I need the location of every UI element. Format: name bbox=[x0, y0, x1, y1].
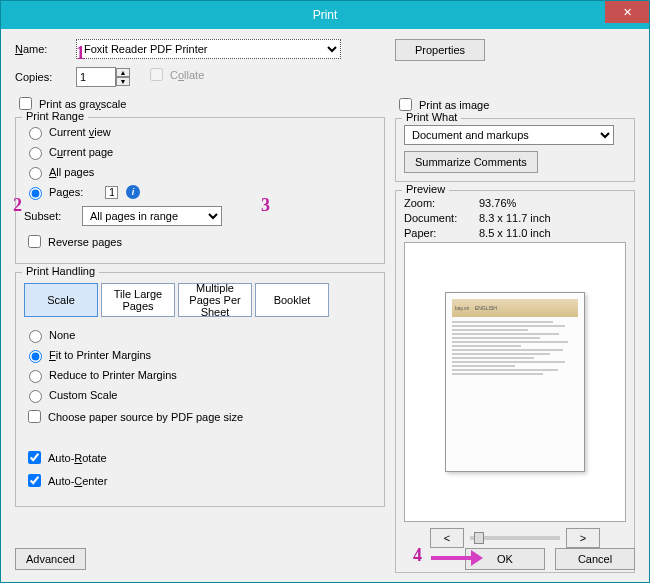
fit-radio[interactable] bbox=[29, 350, 42, 363]
custom-radio[interactable] bbox=[29, 390, 42, 403]
auto-rotate-label: Auto-Rotate bbox=[48, 452, 107, 464]
pages-input[interactable] bbox=[105, 186, 118, 199]
multipage-tab[interactable]: Multiple Pages Per Sheet bbox=[178, 283, 252, 317]
none-label: None bbox=[49, 329, 75, 341]
scale-tab[interactable]: Scale bbox=[24, 283, 98, 317]
fit-label: Fit to Printer Margins bbox=[49, 349, 151, 361]
name-label: NName:ame: bbox=[15, 43, 70, 55]
auto-center-label: Auto-Center bbox=[48, 475, 107, 487]
current-view-radio[interactable] bbox=[29, 127, 42, 140]
zoom-label: Zoom: bbox=[404, 197, 479, 209]
subset-select[interactable]: All pages in range bbox=[82, 206, 222, 226]
none-radio[interactable] bbox=[29, 330, 42, 343]
all-pages-label: All pages bbox=[49, 166, 94, 178]
doc-label: Document: bbox=[404, 212, 479, 224]
close-icon: ✕ bbox=[623, 6, 632, 19]
print-dialog: Print ✕ NName:ame: Foxit Reader PDF Prin… bbox=[0, 0, 650, 583]
preview-legend: Preview bbox=[402, 183, 449, 195]
close-button[interactable]: ✕ bbox=[605, 1, 649, 23]
print-what-select[interactable]: Document and markups bbox=[404, 125, 614, 145]
grayscale-label: Print as grayscale bbox=[39, 98, 126, 110]
zoom-slider[interactable] bbox=[470, 536, 560, 540]
print-as-image-checkbox[interactable] bbox=[399, 98, 412, 111]
print-as-image-label: Print as image bbox=[419, 99, 489, 111]
paper-label: Paper: bbox=[404, 227, 479, 239]
choose-paper-checkbox[interactable] bbox=[28, 410, 41, 423]
copies-label: Copies: bbox=[15, 71, 70, 83]
preview-group: Preview Zoom:93.76% Document:8.3 x 11.7 … bbox=[395, 190, 635, 573]
pages-label: Pages: bbox=[49, 186, 101, 198]
auto-rotate-checkbox[interactable] bbox=[28, 451, 41, 464]
summarize-button[interactable]: Summarize Comments bbox=[404, 151, 538, 173]
zoom-value: 93.76% bbox=[479, 197, 516, 209]
auto-center-checkbox[interactable] bbox=[28, 474, 41, 487]
printer-select[interactable]: Foxit Reader PDF Printer bbox=[76, 39, 341, 59]
print-handling-group: Print Handling Scale Tile Large Pages Mu… bbox=[15, 272, 385, 507]
annotation-3: 3 bbox=[261, 195, 270, 216]
preview-page: bay.vn ENGLISH bbox=[445, 292, 585, 472]
print-range-group: Print Range Current viewCurrent view Cur… bbox=[15, 117, 385, 264]
print-what-legend: Print What bbox=[402, 111, 461, 123]
annotation-1: 1 bbox=[76, 43, 85, 64]
titlebar: Print ✕ bbox=[1, 1, 649, 29]
current-page-radio[interactable] bbox=[29, 147, 42, 160]
advanced-button[interactable]: Advanced bbox=[15, 548, 86, 570]
subset-label: Subset: bbox=[24, 210, 76, 222]
preview-area: bay.vn ENGLISH bbox=[404, 242, 626, 522]
booklet-tab[interactable]: Booklet bbox=[255, 283, 329, 317]
custom-label: Custom Scale bbox=[49, 389, 117, 401]
reduce-label: Reduce to Printer Margins bbox=[49, 369, 177, 381]
cancel-button[interactable]: Cancel bbox=[555, 548, 635, 570]
annotation-4: 4 bbox=[413, 545, 422, 566]
copies-input[interactable] bbox=[76, 67, 116, 87]
reduce-radio[interactable] bbox=[29, 370, 42, 383]
current-view-label: Current view bbox=[49, 126, 111, 138]
info-icon[interactable]: i bbox=[126, 185, 140, 199]
print-range-legend: Print Range bbox=[22, 110, 88, 122]
copies-up[interactable]: ▲ bbox=[116, 68, 130, 77]
next-page-button[interactable]: > bbox=[566, 528, 600, 548]
annotation-2: 2 bbox=[13, 195, 22, 216]
current-page-label: Current page bbox=[49, 146, 113, 158]
all-pages-radio[interactable] bbox=[29, 167, 42, 180]
reverse-checkbox[interactable] bbox=[28, 235, 41, 248]
collate-checkbox bbox=[150, 68, 163, 81]
handling-legend: Print Handling bbox=[22, 265, 99, 277]
tile-tab[interactable]: Tile Large Pages bbox=[101, 283, 175, 317]
properties-button[interactable]: Properties bbox=[395, 39, 485, 61]
copies-down[interactable]: ▼ bbox=[116, 77, 130, 86]
paper-value: 8.5 x 11.0 inch bbox=[479, 227, 551, 239]
pages-radio[interactable] bbox=[29, 187, 42, 200]
annotation-arrow bbox=[431, 553, 481, 563]
prev-page-button[interactable]: < bbox=[430, 528, 464, 548]
choose-paper-label: Choose paper source by PDF page size bbox=[48, 411, 243, 423]
grayscale-checkbox[interactable] bbox=[19, 97, 32, 110]
window-title: Print bbox=[313, 8, 338, 22]
print-what-group: Print What Document and markups Summariz… bbox=[395, 118, 635, 182]
doc-value: 8.3 x 11.7 inch bbox=[479, 212, 551, 224]
reverse-label: Reverse pages bbox=[48, 236, 122, 248]
collate-label: Collate bbox=[170, 69, 204, 81]
